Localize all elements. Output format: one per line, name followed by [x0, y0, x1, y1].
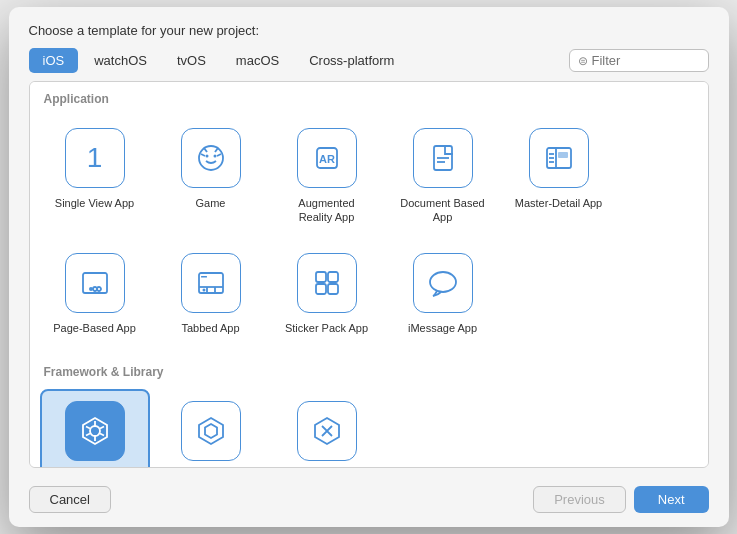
page-based-app-label: Page-Based App [53, 321, 136, 335]
footer-right-buttons: Previous Next [533, 486, 708, 513]
template-imessage-app[interactable]: iMessage App [388, 241, 498, 345]
sticker-pack-app-label: Sticker Pack App [285, 321, 368, 335]
ar-app-label: AugmentedReality App [298, 196, 354, 225]
template-cocoa-touch-framework[interactable]: Cocoa TouchFramework [40, 389, 150, 468]
search-input[interactable] [592, 53, 700, 68]
single-view-app-icon: 1 [65, 128, 125, 188]
svg-line-40 [86, 426, 90, 428]
svg-rect-31 [328, 284, 338, 294]
svg-line-36 [100, 426, 104, 428]
svg-line-5 [201, 154, 205, 156]
search-box[interactable]: ⊜ [569, 49, 709, 72]
template-ar-app[interactable]: AR AugmentedReality App [272, 116, 382, 235]
tab-ios[interactable]: iOS [29, 48, 79, 73]
templates-content: Application 1 Single View App [29, 81, 709, 468]
template-cocoa-touch-static-library[interactable]: Cocoa TouchStatic Library [156, 389, 266, 468]
svg-rect-30 [316, 284, 326, 294]
tab-macos[interactable]: macOS [222, 48, 293, 73]
game-label: Game [196, 196, 226, 210]
svg-marker-42 [205, 424, 217, 438]
tab-watchos[interactable]: watchOS [80, 48, 161, 73]
document-based-app-icon [413, 128, 473, 188]
svg-rect-17 [558, 152, 568, 158]
svg-line-39 [86, 433, 90, 435]
template-sticker-pack-app[interactable]: Sticker Pack App [272, 241, 382, 345]
metal-library-icon [297, 401, 357, 461]
game-icon [181, 128, 241, 188]
svg-point-0 [199, 146, 223, 170]
dialog-footer: Cancel Previous Next [9, 476, 729, 527]
single-view-app-label: Single View App [55, 196, 134, 210]
imessage-app-label: iMessage App [408, 321, 477, 335]
template-document-based-app[interactable]: Document BasedApp [388, 116, 498, 235]
tab-tvos[interactable]: tvOS [163, 48, 220, 73]
svg-rect-18 [83, 273, 107, 293]
template-master-detail-app[interactable]: Master-Detail App [504, 116, 614, 235]
template-game[interactable]: Game [156, 116, 266, 235]
template-page-based-app[interactable]: Page-Based App [40, 241, 150, 345]
cocoa-touch-framework-icon [65, 401, 125, 461]
new-project-dialog: Choose a template for your new project: … [9, 7, 729, 527]
svg-rect-29 [328, 272, 338, 282]
framework-items-grid: Cocoa TouchFramework Cocoa TouchStatic L… [30, 385, 708, 468]
svg-line-4 [215, 148, 218, 152]
section-application-label: Application [30, 82, 708, 112]
next-button[interactable]: Next [634, 486, 709, 513]
sticker-pack-app-icon [297, 253, 357, 313]
svg-point-21 [97, 287, 101, 291]
svg-point-1 [205, 155, 208, 158]
svg-text:AR: AR [319, 153, 335, 165]
svg-point-26 [202, 288, 205, 291]
tabbed-app-icon [181, 253, 241, 313]
platform-tab-bar: iOS watchOS tvOS macOS Cross-platform ⊜ [9, 48, 729, 73]
master-detail-app-icon [529, 128, 589, 188]
section-framework-label: Framework & Library [30, 355, 708, 385]
svg-point-2 [213, 155, 216, 158]
cancel-button[interactable]: Cancel [29, 486, 111, 513]
master-detail-app-label: Master-Detail App [515, 196, 602, 210]
svg-line-37 [100, 433, 104, 435]
template-metal-library[interactable]: Metal Library [272, 389, 382, 468]
template-single-view-app[interactable]: 1 Single View App [40, 116, 150, 235]
tabbed-app-label: Tabbed App [181, 321, 239, 335]
dialog-title: Choose a template for your new project: [9, 7, 729, 48]
template-tabbed-app[interactable]: Tabbed App [156, 241, 266, 345]
filter-icon: ⊜ [578, 54, 588, 68]
page-based-app-icon [65, 253, 125, 313]
document-based-app-label: Document BasedApp [400, 196, 484, 225]
previous-button[interactable]: Previous [533, 486, 626, 513]
svg-rect-28 [316, 272, 326, 282]
svg-marker-41 [199, 418, 223, 444]
svg-line-3 [204, 148, 207, 152]
svg-rect-27 [201, 276, 207, 278]
tab-crossplatform[interactable]: Cross-platform [295, 48, 408, 73]
application-items-grid: 1 Single View App [30, 112, 708, 355]
svg-point-34 [90, 426, 100, 436]
imessage-app-icon [413, 253, 473, 313]
svg-point-32 [430, 272, 456, 292]
cocoa-touch-static-library-icon [181, 401, 241, 461]
svg-line-6 [217, 154, 221, 156]
ar-app-icon: AR [297, 128, 357, 188]
